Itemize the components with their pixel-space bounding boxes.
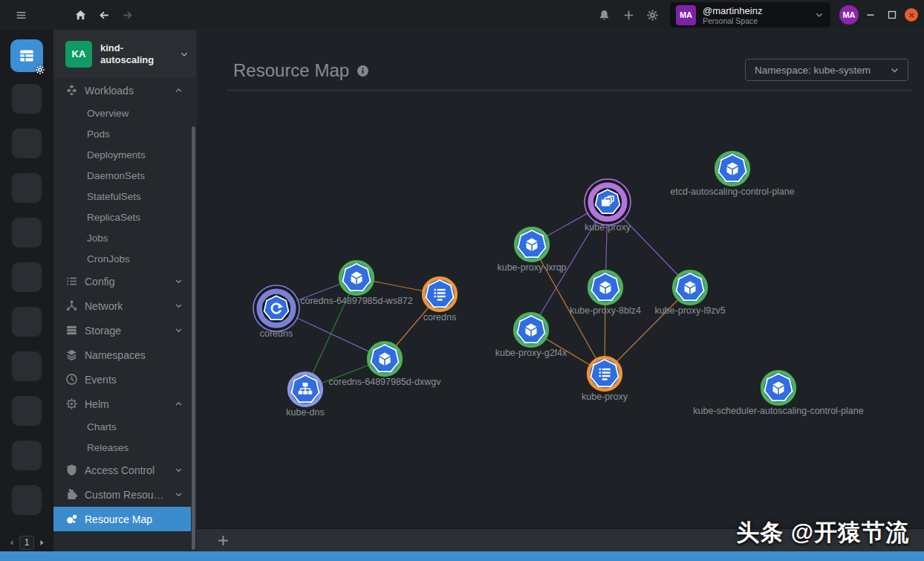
namespaces-icon <box>65 348 78 361</box>
notifications-bell-icon[interactable] <box>598 9 611 22</box>
sidebar-item-network[interactable]: Network <box>53 294 191 318</box>
sidebar-item-resource-map[interactable]: Resource Map <box>53 507 191 531</box>
chevron-down-icon <box>179 49 189 59</box>
sidebar-item-cronjobs[interactable]: CronJobs <box>53 248 191 269</box>
hotbar-placeholder-slot <box>12 84 42 114</box>
close-icon <box>907 10 917 20</box>
sidebar-item-access-control[interactable]: Access Control <box>53 458 191 482</box>
sidebar-item-events[interactable]: Events <box>53 367 191 392</box>
graph-node-label: kube-proxy-g2f4x <box>495 348 567 358</box>
sidebar-item-storage[interactable]: Storage <box>53 318 191 343</box>
close-button[interactable] <box>905 8 918 22</box>
sidebar-item-statefulsets[interactable]: StatefulSets <box>53 186 191 207</box>
namespace-select-value: Namespace: kube-system <box>755 65 871 76</box>
sidebar-item-label: Access Control <box>85 464 154 476</box>
graph-node-label: coredns-64897985d-ws872 <box>300 296 413 306</box>
graph-node-label: kube-dns <box>286 407 324 418</box>
hotbar-placeholder-slot <box>12 218 42 247</box>
sidebar: KA kind-autoscaling WorkloadsOverviewPod… <box>53 30 197 551</box>
pager-prev-icon[interactable] <box>7 539 16 547</box>
chevron-down-icon <box>174 490 183 499</box>
graph-node-deploy-coredns[interactable]: coredns <box>253 285 299 339</box>
hotbar-placeholder-slot <box>12 485 42 515</box>
hotbar-cluster-tile[interactable] <box>10 39 43 72</box>
graph-node-pod-kube-proxy-l9zv5[interactable]: kube-proxy-l9zv5 <box>654 271 725 316</box>
sidebar-item-daemonsets[interactable]: DaemonSets <box>53 165 191 186</box>
shield-icon <box>65 464 78 476</box>
graph-node-pod-coredns-dxwgv[interactable]: coredns-64897985d-dxwgv <box>329 343 442 387</box>
namespace-select[interactable]: Namespace: kube-system <box>745 59 908 81</box>
graph-node-pod-kube-proxy-8blz4[interactable]: kube-proxy-8blz4 <box>570 271 641 316</box>
settings-gear-icon[interactable] <box>646 9 659 22</box>
lens-app-window: MA @martinheinz Personal Space MA 1 KA k… <box>0 0 924 561</box>
user-avatar: MA <box>676 5 696 25</box>
hotbar-placeholder-slot <box>12 129 42 158</box>
chevron-down-icon <box>174 325 183 335</box>
info-icon[interactable] <box>357 65 369 77</box>
workloads-icon <box>65 84 78 97</box>
hotbar-placeholder-slot <box>12 307 42 337</box>
add-button[interactable] <box>622 9 635 22</box>
graph-node-svc-kube-dns[interactable]: kube-dns <box>286 373 324 418</box>
graph-node-pod-kube-proxy-g2f4x[interactable]: kube-proxy-g2f4x <box>495 314 567 358</box>
graph-node-label: kube-proxy-l9zv5 <box>654 305 725 316</box>
hotbar-placeholder-slot <box>12 351 42 381</box>
graph-node-pod-kube-proxy-lxrqp[interactable]: kube-proxy-lxrqp <box>497 228 566 273</box>
hotbar-placeholder-slot <box>12 173 42 203</box>
sidebar-item-jobs[interactable]: Jobs <box>53 227 191 248</box>
home-button[interactable] <box>74 9 87 22</box>
cluster-switcher[interactable]: KA kind-autoscaling <box>53 30 197 78</box>
graph-node-pod-coredns-ws872[interactable]: coredns-64897985d-ws872 <box>300 262 413 306</box>
sidebar-item-label: Namespaces <box>85 349 146 361</box>
sidebar-item-workloads[interactable]: Workloads <box>53 78 191 103</box>
header-divider <box>227 90 912 91</box>
sidebar-item-label: ReplicaSets <box>87 212 140 223</box>
graph-node-ds-kube-proxy[interactable]: kube-proxy <box>585 179 631 233</box>
sidebar-item-label: CronJobs <box>87 253 130 265</box>
pager-page-number: 1 <box>19 536 34 550</box>
user-menu[interactable]: MA @martinheinz Personal Space <box>670 2 830 27</box>
graph-node-pod-etcd[interactable]: etcd-autoscaling-control-plane <box>670 152 795 197</box>
sidebar-item-replicasets[interactable]: ReplicaSets <box>53 207 191 227</box>
dock-add-tab-button[interactable] <box>216 534 230 548</box>
sidebar-item-charts[interactable]: Charts <box>53 416 191 437</box>
sidebar-item-helm[interactable]: Helm <box>53 392 191 416</box>
pager-next-icon[interactable] <box>38 539 46 547</box>
cluster-name: kind-autoscaling <box>100 42 163 66</box>
forward-button[interactable] <box>121 9 134 22</box>
graph-node-label: coredns-64897985d-dxwgv <box>329 377 442 387</box>
sidebar-item-custom-resou[interactable]: Custom Resou… <box>53 482 191 507</box>
sidebar-item-label: Overview <box>87 108 128 119</box>
sidebar-item-label: StatefulSets <box>87 191 141 202</box>
chevron-up-icon <box>174 85 183 95</box>
minimize-button[interactable] <box>865 9 876 21</box>
back-button[interactable] <box>98 9 111 22</box>
graph-node-pod-kube-scheduler[interactable]: kube-scheduler-autoscaling-control-plane <box>693 372 863 416</box>
storage-icon <box>65 324 78 337</box>
gear-badge-icon <box>35 65 45 75</box>
graph-node-label: kube-proxy-lxrqp <box>497 262 566 273</box>
sidebar-item-overview[interactable]: Overview <box>53 103 191 123</box>
menu-icon[interactable] <box>15 9 27 22</box>
graph-node-label: kube-scheduler-autoscaling-control-plane <box>693 406 863 416</box>
sidebar-item-label: Deployments <box>87 149 146 160</box>
graph-node-label: kube-proxy <box>582 392 628 402</box>
graph-node-label: coredns <box>423 312 456 322</box>
sidebar-item-pods[interactable]: Pods <box>53 123 191 144</box>
helm-icon <box>65 398 78 410</box>
graph-node-cm-coredns[interactable]: coredns <box>423 278 456 322</box>
resource-map-canvas[interactable]: corednscoredns-64897985d-ws872corednscor… <box>197 30 924 528</box>
hotbar-placeholder-slot <box>12 262 42 292</box>
sidebar-item-label: Resource Map <box>85 513 152 525</box>
sidebar-item-label: Pods <box>87 129 110 140</box>
graph-node-label: etcd-autoscaling-control-plane <box>670 187 795 197</box>
sidebar-item-config[interactable]: Config <box>53 269 191 294</box>
sidebar-item-releases[interactable]: Releases <box>53 437 191 458</box>
chevron-down-icon <box>174 465 183 475</box>
account-avatar[interactable]: MA <box>839 5 859 25</box>
maximize-button[interactable] <box>886 9 898 21</box>
sidebar-scrollbar[interactable] <box>192 126 195 550</box>
sidebar-item-deployments[interactable]: Deployments <box>53 144 191 165</box>
sidebar-item-namespaces[interactable]: Namespaces <box>53 343 191 367</box>
hotbar: 1 <box>0 30 53 551</box>
